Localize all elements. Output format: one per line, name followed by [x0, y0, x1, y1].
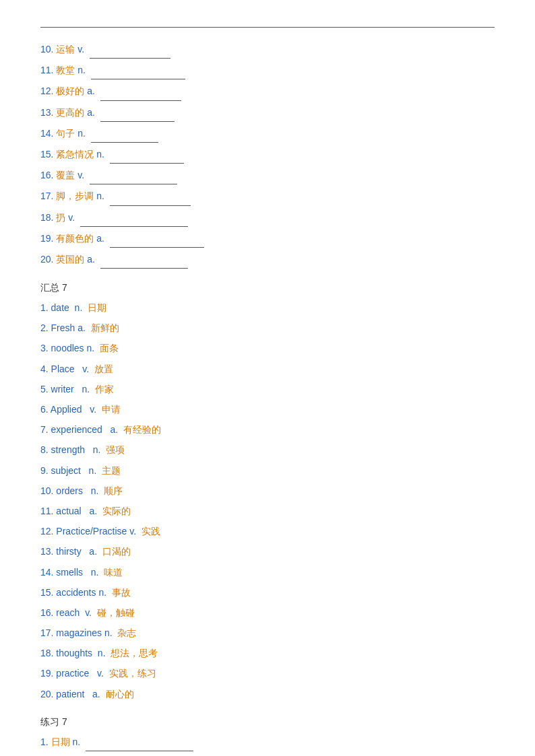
list-item: 2. Fresh a. 新鲜的 — [40, 320, 495, 337]
list-item: 18. thoughts n. 想法，思考 — [40, 645, 495, 662]
list-item: 17. 脚，步调 n. — [40, 188, 495, 205]
item-number: 20. — [40, 254, 56, 265]
item-chinese: 英国的 — [56, 254, 84, 265]
list-item: 11. actual a. 实际的 — [40, 503, 495, 520]
list-item: 1. 日期 n. — [40, 734, 495, 751]
list-item: 9. subject n. 主题 — [40, 462, 495, 479]
list-item: 19. 有颜色的 a. — [40, 230, 495, 248]
exercise7-section: 练习 7 1. 日期 n. — [40, 716, 495, 751]
fill-line — [110, 188, 191, 205]
item-pos: n. — [96, 149, 104, 160]
list-item: 19. practice v. 实践，练习 — [40, 665, 495, 682]
fill-line — [110, 230, 204, 248]
item-chinese: 日期 — [51, 736, 70, 747]
item-number: 19. — [40, 233, 56, 244]
item-pos: a. — [87, 85, 95, 96]
fill-line — [90, 167, 177, 184]
item-pos: a. — [96, 233, 104, 244]
list-item: 14. smells n. 味道 — [40, 564, 495, 581]
item-number: 12. — [40, 85, 56, 96]
item-chinese: 更高的 — [56, 107, 84, 118]
item-chinese: 运输 — [56, 44, 75, 55]
list-item: 11. 教堂 n. — [40, 62, 495, 79]
item-pos: v. — [77, 170, 84, 180]
item-pos: n. — [72, 736, 80, 747]
item-number: 1. — [40, 736, 51, 747]
list-item: 13. 更高的 a. — [40, 104, 495, 122]
item-number: 13. — [40, 107, 56, 118]
item-number: 10. — [40, 44, 56, 55]
list-item: 6. Applied v. 申请 — [40, 401, 495, 418]
item-number: 17. — [40, 191, 56, 201]
list-item: 16. 覆盖 v. — [40, 167, 495, 184]
item-chinese: 扔 — [56, 212, 65, 223]
top-divider — [40, 27, 495, 28]
item-chinese: 教堂 — [56, 65, 75, 75]
item-chinese: 句子 — [56, 128, 75, 139]
list-item: 17. magazines n. 杂志 — [40, 625, 495, 642]
item-chinese: 脚，步调 — [56, 191, 94, 201]
item-pos: n. — [77, 128, 86, 139]
item-chinese: 有颜色的 — [56, 233, 94, 244]
fill-line — [110, 146, 184, 164]
list-item: 10. 运输 v. — [40, 41, 495, 59]
fill-line — [100, 104, 175, 122]
list-item: 12. 极好的 a. — [40, 83, 495, 100]
item-pos: a. — [87, 254, 95, 265]
exercise7-list: 1. 日期 n. — [40, 734, 495, 751]
item-pos: a. — [87, 107, 95, 118]
fill-line — [90, 41, 170, 59]
list-item: 20. 英国的 a. — [40, 251, 495, 269]
item-number: 14. — [40, 128, 56, 139]
item-chinese: 极好的 — [56, 85, 84, 96]
exercise7-title: 练习 7 — [40, 716, 495, 728]
fill-line — [86, 734, 193, 751]
summary7-section: 汇总 7 1. date n. 日期 2. Fresh a. 新鲜的 3. no… — [40, 282, 495, 703]
list-item: 15. 紧急情况 n. — [40, 146, 495, 164]
list-item: 13. thirsty a. 口渴的 — [40, 543, 495, 560]
list-item: 16. reach v. 碰，触碰 — [40, 605, 495, 621]
list-item: 7. experienced a. 有经验的 — [40, 421, 495, 438]
item-chinese: 覆盖 — [56, 170, 75, 180]
list-item: 1. date n. 日期 — [40, 300, 495, 316]
fill-line — [80, 209, 188, 227]
list-item: 8. strength n. 强项 — [40, 442, 495, 458]
list-item: 20. patient a. 耐心的 — [40, 686, 495, 703]
list-item: 10. orders n. 顺序 — [40, 483, 495, 500]
list-item: 14. 句子 n. — [40, 125, 495, 143]
item-number: 15. — [40, 149, 56, 160]
item-chinese: 紧急情况 — [56, 149, 94, 160]
list-item: 18. 扔 v. — [40, 209, 495, 227]
fill-line — [91, 62, 185, 79]
list-item: 12. Practice/Practise v. 实践 — [40, 523, 495, 540]
item-pos: n. — [77, 65, 86, 75]
list-item: 5. writer n. 作家 — [40, 381, 495, 398]
item-number: 18. — [40, 212, 56, 223]
item-number: 11. — [40, 65, 56, 75]
fill-line — [100, 83, 181, 100]
item-number: 16. — [40, 170, 56, 180]
fill-line — [100, 251, 188, 269]
item-pos: v. — [77, 44, 84, 55]
item-pos: n. — [96, 191, 104, 201]
list-item: 4. Place v. 放置 — [40, 361, 495, 378]
list-item: 3. noodles n. 面条 — [40, 340, 495, 357]
list-item: 15. accidents n. 事故 — [40, 584, 495, 601]
item-pos: v. — [68, 212, 75, 223]
fill-in-list: 10. 运输 v. 11. 教堂 n. 12. 极好的 a. 13. 更高的 a… — [40, 41, 495, 269]
fill-line — [91, 125, 158, 143]
summary7-list: 1. date n. 日期 2. Fresh a. 新鲜的 3. noodles… — [40, 300, 495, 703]
summary7-title: 汇总 7 — [40, 282, 495, 294]
